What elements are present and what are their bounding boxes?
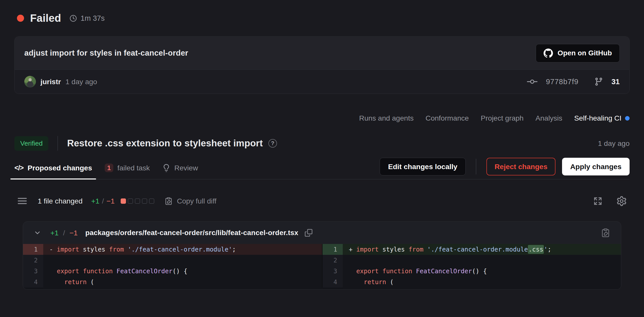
commit-meta-row: juristr 1 day ago 9778b7f9 31: [15, 70, 629, 94]
diff-block-empty: [128, 198, 133, 204]
edit-changes-locally-button[interactable]: Edit changes locally: [380, 158, 466, 175]
line-number: 4: [323, 277, 343, 287]
stat-slash: /: [102, 197, 104, 205]
deletions-count: −1: [106, 197, 115, 205]
code-line: export function FeatCancelOrder() {: [43, 266, 322, 277]
verified-badge: Verified: [14, 136, 48, 151]
expand-icon[interactable]: [593, 196, 603, 206]
diff-toolbar-right: [593, 196, 627, 206]
commit-time-ago: 1 day ago: [66, 78, 97, 86]
copy-file-diff-icon[interactable]: [601, 228, 610, 238]
file-diff-stats: +1 / −1: [50, 229, 78, 237]
line-number: 4: [23, 277, 43, 287]
commit-author[interactable]: juristr: [40, 78, 61, 86]
line-number: 3: [323, 266, 343, 277]
clock-icon: [69, 14, 77, 22]
diff-block-empty: [149, 198, 154, 204]
help-icon[interactable]: ?: [268, 139, 277, 148]
diff-line: 1- import styles from './feat-cancel-ord…: [23, 244, 322, 255]
code-icon: </>: [14, 164, 24, 172]
apply-changes-button[interactable]: Apply changes: [562, 158, 630, 175]
line-number: 1: [23, 244, 43, 255]
code-line: export function FeatCancelOrder() {: [343, 266, 621, 277]
git-commit-icon: [527, 78, 538, 85]
diff-toolbar: 1 file changed +1 / −1 Copy full diff: [14, 194, 630, 208]
reject-changes-button[interactable]: Reject changes: [486, 158, 555, 175]
diff-line: 2: [323, 255, 621, 266]
code-line: + import styles from './feat-cancel-orde…: [343, 244, 621, 255]
line-number: 1: [323, 244, 343, 255]
copy-path-icon[interactable]: [305, 229, 312, 237]
status-label: Failed: [30, 12, 61, 24]
code-line: [43, 255, 322, 266]
code-line: [343, 255, 621, 266]
tabs: </> Proposed changes 1 failed task Revie…: [14, 157, 198, 179]
line-number: 2: [23, 255, 43, 266]
file-stat-slash: /: [63, 229, 65, 237]
copy-full-diff-label: Copy full diff: [177, 197, 216, 205]
diff-line: 4 return (: [323, 277, 621, 287]
status-row: Failed 1m 37s: [14, 10, 630, 26]
page: Failed 1m 37s adjust import for styles i…: [0, 0, 644, 290]
vertical-divider: [57, 136, 58, 151]
fix-time-ago: 1 day ago: [598, 139, 630, 148]
copy-full-diff-button[interactable]: Copy full diff: [164, 197, 216, 205]
line-number: 3: [23, 266, 43, 277]
commit-card-header: adjust import for styles in feat-cancel-…: [15, 37, 629, 70]
notification-dot: [625, 116, 630, 121]
diff-block-filled: [121, 198, 126, 204]
code-line: - import styles from './feat-cancel-orde…: [43, 244, 322, 255]
tab-label: Review: [174, 164, 198, 172]
nav-item-analysis[interactable]: Analysis: [535, 114, 562, 122]
additions-count: +1: [91, 197, 99, 205]
diff-pane-after: 1+ import styles from './feat-cancel-ord…: [322, 244, 621, 287]
diff-line: 4 return (: [23, 277, 322, 287]
github-button-label: Open on GitHub: [557, 49, 612, 57]
nav-item-project-graph[interactable]: Project graph: [481, 114, 524, 122]
nav-item-self-healing-ci[interactable]: Self-healing CI: [574, 114, 630, 122]
nav-item-runs-and-agents[interactable]: Runs and agents: [359, 114, 414, 122]
commit-hash[interactable]: 9778b7f9: [546, 78, 578, 86]
gear-icon[interactable]: [617, 196, 627, 206]
commit-card: adjust import for styles in feat-cancel-…: [14, 36, 630, 94]
diff-block-empty: [135, 198, 140, 204]
diff-line: 1+ import styles from './feat-cancel-ord…: [323, 244, 621, 255]
line-number: 2: [323, 255, 343, 266]
file-additions: +1: [50, 229, 59, 237]
failed-count-badge: 1: [105, 164, 113, 172]
diff-line: 3 export function FeatCancelOrder() {: [23, 266, 322, 277]
open-on-github-button[interactable]: Open on GitHub: [536, 44, 620, 62]
tab-label: failed task: [117, 164, 150, 172]
github-icon: [544, 49, 553, 58]
tab-proposed-changes[interactable]: </> Proposed changes: [14, 157, 92, 179]
files-changed-label: 1 file changed: [38, 197, 82, 205]
code-line: return (: [343, 277, 621, 287]
status-duration: 1m 37s: [81, 14, 105, 22]
avatar: [24, 76, 36, 87]
diff-body: 1- import styles from './feat-cancel-ord…: [23, 244, 621, 289]
diff-line: 2: [23, 255, 322, 266]
fix-title: Restore .css extension to stylesheet imp…: [67, 138, 263, 149]
action-buttons: Edit changes locally Reject changes Appl…: [380, 158, 630, 175]
file-deletions: −1: [70, 229, 78, 237]
tab-failed-task[interactable]: 1 failed task: [105, 157, 150, 179]
chevron-down-icon[interactable]: [34, 229, 41, 237]
failed-status-dot: [17, 15, 24, 22]
commit-title: adjust import for styles in feat-cancel-…: [24, 49, 188, 58]
vertical-divider: [476, 159, 476, 174]
hamburger-menu-icon[interactable]: [17, 197, 27, 205]
nav-item-conformance[interactable]: Conformance: [425, 114, 469, 122]
nav-item-label: Self-healing CI: [574, 114, 621, 122]
tabs-row: </> Proposed changes 1 failed task Revie…: [14, 157, 630, 179]
git-branch-icon: [594, 77, 603, 86]
lightbulb-icon: [162, 164, 170, 172]
diff-file-card: +1 / −1 packages/orders/feat-cancel-orde…: [23, 221, 621, 290]
tab-review[interactable]: Review: [162, 157, 198, 179]
diff-blocks-indicator: [121, 198, 154, 204]
fix-header: Verified Restore .css extension to style…: [14, 136, 630, 151]
branch-count[interactable]: 31: [611, 77, 620, 86]
clipboard-icon: [164, 197, 173, 205]
code-line: return (: [43, 277, 322, 287]
tab-label: Proposed changes: [28, 164, 92, 172]
file-path: packages/orders/feat-cancel-order/src/li…: [85, 229, 298, 237]
